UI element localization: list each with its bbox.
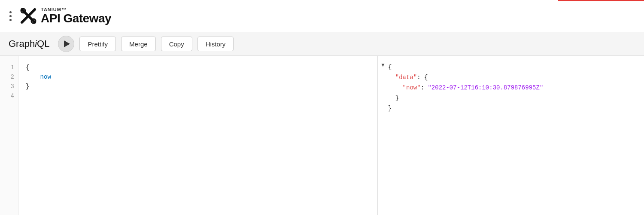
logo-area: TANIUM™ API Gateway — [19, 7, 111, 25]
result-line-1: { — [388, 62, 637, 72]
history-button[interactable]: History — [197, 37, 234, 51]
code-line-3: } — [26, 82, 371, 91]
progress-bar — [558, 0, 644, 1]
logo-text-area: TANIUM™ API Gateway — [41, 7, 111, 25]
editor-area: 1 2 3 4 { now } ▼ { "data": { "now": "20… — [0, 56, 644, 215]
prettify-button[interactable]: Prettify — [79, 37, 116, 51]
line-num-1: 1 — [0, 63, 18, 72]
result-line-5: } — [388, 103, 637, 114]
graphiql-toolbar: GraphiQL Prettify Merge Copy History — [0, 32, 644, 56]
app-title: API Gateway — [41, 12, 111, 25]
now-value: "2022-07-12T16:10:30.879876995Z" — [428, 84, 543, 91]
result-line-2: "data": { — [388, 72, 637, 83]
merge-button[interactable]: Merge — [121, 37, 156, 51]
collapse-arrow-icon[interactable]: ▼ — [380, 62, 386, 68]
result-line-4: } — [388, 93, 637, 103]
run-button[interactable] — [58, 36, 74, 52]
result-content: { "data": { "now": "2022-07-12T16:10:30.… — [378, 56, 644, 215]
line-num-2: 2 — [0, 72, 18, 82]
query-code[interactable]: { now } — [19, 56, 377, 215]
graphiql-label: GraphiQL — [9, 38, 49, 49]
data-key: "data" — [395, 74, 417, 81]
tanium-logo-icon — [19, 7, 37, 25]
token-now: now — [26, 72, 51, 82]
code-line-2: now — [26, 72, 371, 82]
menu-dots-button[interactable] — [7, 9, 14, 24]
result-panel: ▼ { "data": { "now": "2022-07-12T16:10:3… — [378, 56, 644, 215]
line-num-3: 3 — [0, 82, 18, 91]
code-line-1: { — [26, 63, 371, 72]
top-bar: TANIUM™ API Gateway — [0, 0, 644, 32]
now-key: "now" — [403, 84, 421, 91]
query-panel[interactable]: 1 2 3 4 { now } — [0, 56, 378, 215]
tanium-label: TANIUM™ — [41, 7, 111, 12]
result-line-3: "now": "2022-07-12T16:10:30.879876995Z" — [388, 83, 637, 93]
code-line-4 — [26, 91, 371, 101]
line-numbers: 1 2 3 4 — [0, 56, 19, 215]
line-num-4: 4 — [0, 91, 18, 101]
copy-button[interactable]: Copy — [161, 37, 192, 51]
